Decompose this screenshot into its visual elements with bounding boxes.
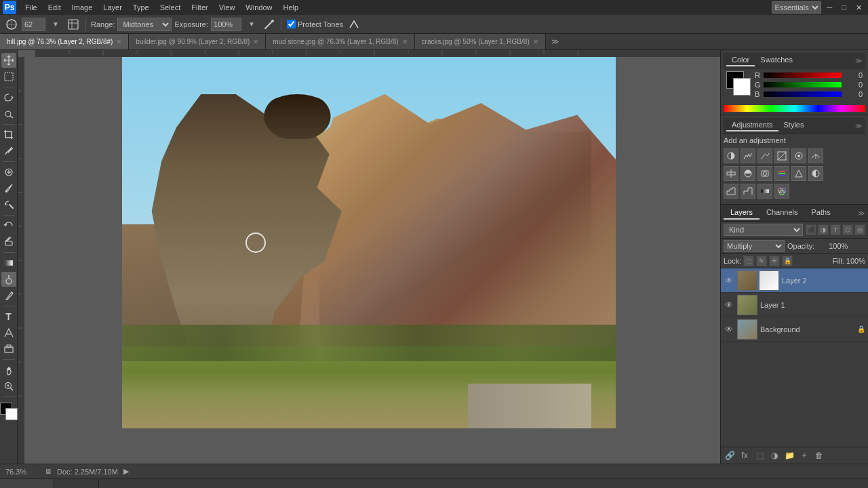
pen-tool[interactable]: [1, 288, 16, 303]
layers-kind-select[interactable]: Kind: [724, 224, 803, 236]
selective-color-adj[interactable]: [774, 184, 789, 199]
history-brush-tool[interactable]: [1, 218, 16, 233]
airbrush-icon[interactable]: [262, 17, 277, 32]
menu-view[interactable]: View: [214, 2, 240, 13]
menu-select[interactable]: Select: [155, 2, 186, 13]
range-select[interactable]: Shadows Midtones Highlights: [117, 18, 172, 31]
blue-channel-slider[interactable]: [764, 92, 842, 97]
shape-filter-icon[interactable]: ⬡: [842, 224, 853, 235]
close-tab-cracks[interactable]: ✕: [533, 38, 538, 45]
lock-all-icon[interactable]: 🔒: [782, 256, 793, 266]
protect-tones-label[interactable]: Protect Tones: [287, 20, 343, 28]
layer-item-background[interactable]: 👁 Background 🔒: [721, 317, 868, 342]
eraser-tool[interactable]: [1, 235, 16, 249]
channels-tab[interactable]: Channels: [760, 206, 804, 220]
menu-edit[interactable]: Edit: [43, 2, 66, 13]
maximize-btn[interactable]: □: [838, 3, 850, 12]
clone-stamp-tool[interactable]: [1, 197, 16, 212]
timeline-tab[interactable]: Timeline: [54, 479, 99, 488]
protect-tones-checkbox[interactable]: [287, 20, 296, 28]
dodge-tool[interactable]: [1, 272, 16, 287]
layers-tab[interactable]: Layers: [724, 206, 760, 220]
layer-fx-btn[interactable]: fx: [738, 449, 751, 462]
invert-adj[interactable]: [808, 166, 823, 181]
layer-new-btn[interactable]: +: [798, 449, 810, 462]
crop-tool[interactable]: [1, 127, 16, 142]
minimize-btn[interactable]: ─: [824, 3, 836, 12]
paths-tab[interactable]: Paths: [805, 206, 837, 220]
color-selector[interactable]: [0, 403, 18, 420]
exposure-adj[interactable]: [774, 148, 789, 163]
menu-layer[interactable]: Layer: [98, 2, 127, 13]
menu-file[interactable]: File: [20, 2, 42, 13]
blend-mode-select[interactable]: Normal Dissolve Darken Multiply Screen O…: [724, 240, 785, 252]
hand-tool[interactable]: [1, 363, 16, 378]
adjustment-filter-icon[interactable]: ◑: [818, 224, 829, 235]
curves-adj[interactable]: [757, 148, 772, 163]
close-tab-mud[interactable]: ✕: [402, 38, 408, 45]
eyedropper-tool[interactable]: [1, 144, 16, 159]
tab-cracks[interactable]: cracks.jpg @ 50% (Layer 1, RGB/8) ✕: [415, 34, 546, 49]
levels-adj[interactable]: [741, 148, 755, 163]
shape-tool[interactable]: [1, 342, 16, 357]
close-btn[interactable]: ✕: [852, 3, 865, 12]
layers-panel-collapse[interactable]: ≫: [857, 209, 865, 217]
layer1-visibility-toggle[interactable]: 👁: [724, 300, 734, 310]
layer-item-layer2[interactable]: 👁 Layer 2: [721, 268, 868, 293]
pixel-filter-icon[interactable]: ⬛: [806, 224, 816, 235]
color-lookup-adj[interactable]: [791, 166, 806, 181]
tabbar-collapse[interactable]: ≫: [549, 37, 562, 46]
gradient-map-adj[interactable]: [757, 184, 772, 199]
posterize-adj[interactable]: [724, 184, 738, 199]
smartobj-filter-icon[interactable]: ◎: [854, 224, 865, 235]
color-spectrum-bar[interactable]: [724, 105, 865, 112]
menu-type[interactable]: Type: [128, 2, 154, 13]
lock-image-icon[interactable]: ✎: [756, 256, 767, 266]
airbrush-toggle-icon[interactable]: [346, 17, 361, 32]
menu-help[interactable]: Help: [278, 2, 303, 13]
quick-select-tool[interactable]: [1, 106, 16, 121]
lock-position-icon[interactable]: ✛: [769, 256, 780, 266]
adjustments-tab[interactable]: Adjustments: [726, 119, 778, 131]
color-balance-adj[interactable]: [724, 166, 738, 181]
menu-filter[interactable]: Filter: [186, 2, 212, 13]
styles-tab[interactable]: Styles: [778, 119, 810, 131]
lasso-tool[interactable]: [1, 90, 16, 105]
lock-transparent-icon[interactable]: ⬚: [743, 256, 754, 266]
brush-tool-icon[interactable]: [4, 17, 19, 32]
background-color[interactable]: [5, 408, 18, 420]
layer2-visibility-toggle[interactable]: 👁: [724, 275, 734, 286]
heal-tool[interactable]: [1, 165, 16, 180]
channel-mixer-adj[interactable]: [774, 166, 789, 181]
green-channel-slider[interactable]: [764, 82, 842, 87]
tab-builder[interactable]: builder.jpg @ 90.9% (Layer 2, RGB/8) ✕: [129, 34, 266, 49]
fg-bg-swatches[interactable]: [726, 71, 751, 96]
canvas-image[interactable]: [122, 57, 616, 428]
mini-bridge-tab[interactable]: Mini Bridge: [0, 479, 54, 488]
layer-link-btn[interactable]: 🔗: [724, 449, 736, 462]
brush-preset-icon[interactable]: [66, 17, 81, 32]
vibrance-adj[interactable]: [791, 148, 806, 163]
layer-group-btn[interactable]: 📁: [783, 449, 795, 462]
exposure-options-icon[interactable]: ▼: [244, 17, 259, 32]
brush-size-input[interactable]: 62: [22, 18, 45, 31]
adj-panel-collapse[interactable]: ≫: [854, 121, 863, 129]
background-visibility-toggle[interactable]: 👁: [724, 324, 734, 335]
tab-hill[interactable]: hill.jpg @ 76.3% (Layer 2, RGB/8#) ✕: [0, 34, 129, 49]
doc-info-arrow[interactable]: ▶: [123, 467, 129, 476]
layer-mask-btn[interactable]: ⬚: [753, 449, 766, 462]
photo-filter-adj[interactable]: [757, 166, 772, 181]
threshold-adj[interactable]: [741, 184, 755, 199]
menu-image[interactable]: Image: [67, 2, 98, 13]
gradient-tool[interactable]: [1, 256, 16, 270]
red-channel-slider[interactable]: [764, 73, 842, 78]
menu-window[interactable]: Window: [241, 2, 277, 13]
color-tab[interactable]: Color: [726, 54, 755, 66]
close-tab-hill[interactable]: ✕: [116, 38, 121, 45]
close-tab-builder[interactable]: ✕: [253, 38, 258, 45]
brush-options-icon[interactable]: ▼: [48, 17, 63, 32]
black-white-adj[interactable]: [741, 166, 755, 181]
essentials-dropdown[interactable]: Essentials: [772, 1, 821, 14]
type-tool[interactable]: T: [1, 309, 16, 324]
brightness-contrast-adj[interactable]: [724, 148, 738, 163]
